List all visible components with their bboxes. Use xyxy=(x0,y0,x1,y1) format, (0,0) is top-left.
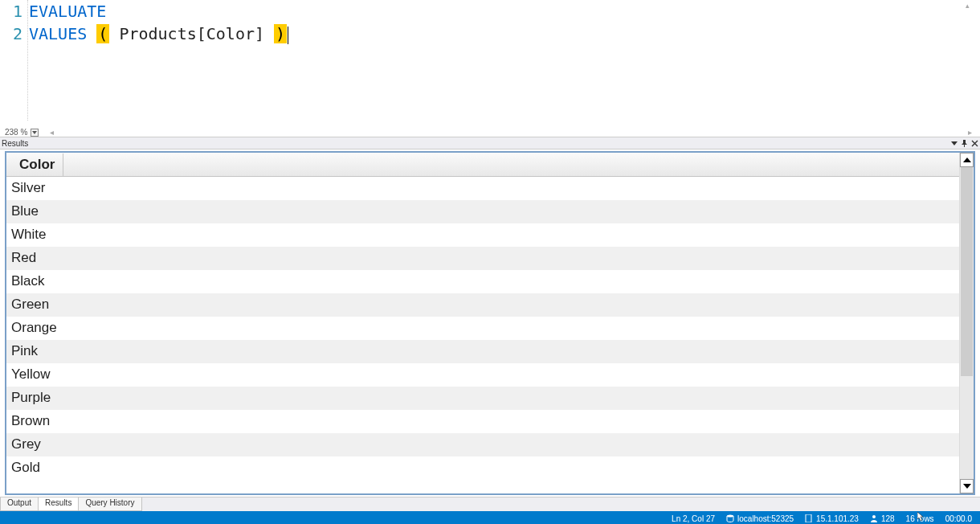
column-header-color[interactable]: Color xyxy=(11,154,63,176)
column-header-row[interactable]: Color xyxy=(6,153,959,177)
line-number: 2 xyxy=(0,23,22,45)
bracket-close: ) xyxy=(274,24,287,43)
mouse-cursor-icon xyxy=(917,512,927,522)
code-area[interactable]: EVALUATE VALUES ( Products[Color] ) xyxy=(29,0,980,45)
zoom-dropdown-icon[interactable] xyxy=(31,129,39,137)
status-version: 15.1.101.23 xyxy=(805,514,859,523)
close-icon[interactable] xyxy=(971,140,978,147)
svg-point-2 xyxy=(872,515,876,518)
cell-value: Orange xyxy=(11,320,57,336)
cell-value: Silver xyxy=(11,180,46,196)
document-icon xyxy=(805,514,813,522)
cell-value: Black xyxy=(11,273,45,289)
table-row[interactable]: Blue xyxy=(6,200,959,223)
cell-value: Blue xyxy=(11,203,39,219)
zoom-value: 238 % xyxy=(5,128,27,137)
table-row[interactable]: Gold xyxy=(6,456,959,480)
identifier: Products[Color] xyxy=(109,24,274,43)
keyword: EVALUATE xyxy=(29,2,106,21)
text-cursor xyxy=(288,27,288,44)
vertical-scrollbar[interactable] xyxy=(959,153,974,493)
cell-value: Purple xyxy=(11,390,51,406)
tab-query-history[interactable]: Query History xyxy=(78,497,141,511)
scroll-down-button[interactable] xyxy=(960,479,974,493)
code-line-2[interactable]: VALUES ( Products[Color] ) xyxy=(29,23,980,45)
cell-value: Pink xyxy=(11,343,38,359)
table-row[interactable]: Orange xyxy=(6,317,959,340)
cell-value: White xyxy=(11,227,46,243)
user-icon xyxy=(870,514,878,522)
status-server: localhost:52325 xyxy=(726,514,794,523)
table-row[interactable]: White xyxy=(6,223,959,247)
indent-guide xyxy=(27,0,28,121)
table-row[interactable]: Grey xyxy=(6,433,959,456)
cell-value: Gold xyxy=(11,460,40,476)
zoom-control[interactable]: 238 % xyxy=(5,128,39,137)
panel-dropdown-icon[interactable] xyxy=(951,141,958,145)
status-bar: Ln 2, Col 27 localhost:52325 15.1.101.23… xyxy=(0,511,980,524)
bracket-open: ( xyxy=(96,24,109,43)
chevron-down-icon xyxy=(963,484,971,489)
table-row[interactable]: Purple xyxy=(6,387,959,410)
svg-rect-1 xyxy=(806,514,811,522)
table-row[interactable]: Red xyxy=(6,247,959,270)
results-grid[interactable]: Color SilverBlueWhiteRedBlackGreenOrange… xyxy=(5,151,975,495)
scroll-thumb[interactable] xyxy=(961,167,973,376)
table-row[interactable]: Brown xyxy=(6,410,959,433)
status-spid: 128 xyxy=(870,514,895,523)
table-row[interactable]: Silver xyxy=(6,177,959,200)
cell-value: Brown xyxy=(11,413,50,429)
cell-value: Green xyxy=(11,297,49,313)
line-number: 1 xyxy=(0,0,22,23)
chevron-up-icon xyxy=(963,158,971,162)
line-number-gutter: 1 2 xyxy=(0,0,26,137)
keyword: VALUES xyxy=(29,24,87,43)
bottom-tabs[interactable]: Output Results Query History xyxy=(0,497,980,511)
table-row[interactable]: Black xyxy=(6,270,959,293)
tab-output[interactable]: Output xyxy=(0,497,39,511)
status-cursor-position: Ln 2, Col 27 xyxy=(672,514,715,523)
code-line-1[interactable]: EVALUATE xyxy=(29,0,980,23)
results-panel-header[interactable]: Results xyxy=(0,137,980,149)
scroll-up-button[interactable] xyxy=(960,153,974,167)
tab-results[interactable]: Results xyxy=(38,497,79,511)
results-panel-title: Results xyxy=(2,139,28,148)
hscroll-left-icon[interactable]: ◂ xyxy=(50,128,54,137)
cell-value: Grey xyxy=(11,436,41,452)
table-row[interactable]: Yellow xyxy=(6,363,959,387)
cell-value: Yellow xyxy=(11,366,51,383)
status-time: 00:00.0 xyxy=(945,514,972,523)
table-row[interactable]: Green xyxy=(6,293,959,317)
database-icon xyxy=(726,514,734,522)
pin-icon[interactable] xyxy=(961,140,968,147)
svg-point-0 xyxy=(727,515,733,518)
hscroll-right-icon[interactable]: ▸ xyxy=(968,128,972,137)
code-editor-pane[interactable]: ▴ 1 2 EVALUATE VALUES ( Products[Color] … xyxy=(0,0,980,137)
table-row[interactable]: Pink xyxy=(6,340,959,363)
cell-value: Red xyxy=(11,250,36,266)
scroll-track[interactable] xyxy=(960,167,974,479)
